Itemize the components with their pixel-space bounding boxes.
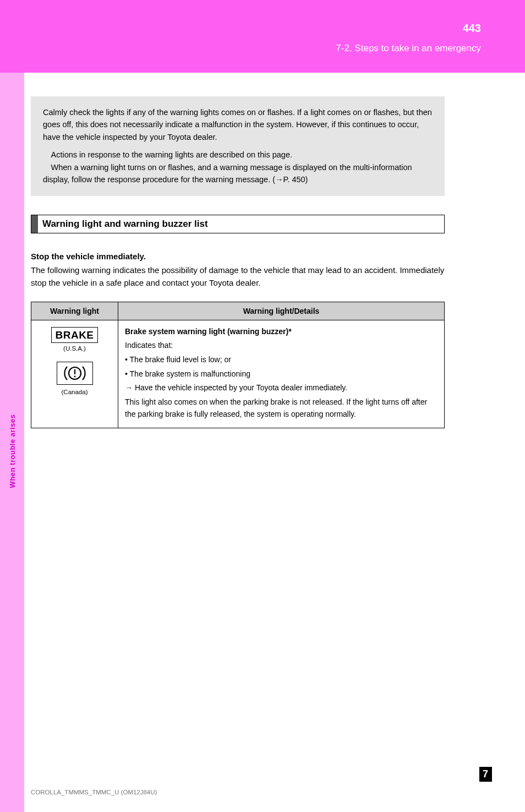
table-row: BRAKE (U.S.A.): [31, 320, 445, 428]
stop-line1: Stop the vehicle immediately.: [31, 250, 445, 263]
stop-message: Stop the vehicle immediately. The follow…: [31, 250, 445, 290]
svg-point-2: [74, 375, 75, 377]
row-action: Have the vehicle inspected by your Toyot…: [125, 382, 438, 394]
icon-cell: BRAKE (U.S.A.): [31, 320, 118, 428]
page-number-top: 443: [463, 22, 481, 35]
stop-line2: The following warning indicates the poss…: [31, 264, 445, 290]
row-desc: Indicates that:: [125, 340, 438, 352]
icon-caption-canada: (Canada): [35, 389, 114, 395]
th-warning-light: Warning light: [31, 302, 118, 320]
icon-caption-usa: (U.S.A.): [35, 345, 114, 352]
page-content: Calmly check the lights if any of the wa…: [31, 96, 445, 428]
section-heading-box: Warning light and warning buzzer list: [31, 215, 445, 233]
details-cell: Brake system warning light (warning buzz…: [118, 320, 445, 428]
breadcrumb: 7-2. Steps to take in an emergency: [336, 43, 481, 54]
table-header-row: Warning light Warning light/Details: [31, 302, 445, 320]
row-bullet2: • The brake system is malfunctioning: [125, 368, 438, 380]
section-number-badge: 7: [479, 767, 492, 782]
intro-p3: When a warning light turns on or flashes…: [43, 161, 433, 186]
intro-p1: Calmly check the lights if any of the wa…: [43, 106, 433, 143]
brake-text-icon: BRAKE: [51, 327, 97, 343]
brake-icon-block: BRAKE (U.S.A.): [35, 327, 114, 352]
brake-warning-icon: [61, 364, 89, 382]
intro-p2: Actions in response to the warning light…: [43, 149, 433, 161]
warning-light-table: Warning light Warning light/Details BRAK…: [31, 302, 445, 429]
row-extra: This light also comes on when the parkin…: [125, 396, 438, 420]
side-tab-label: When trouble arises: [8, 415, 17, 488]
heading-tab: [31, 215, 38, 233]
side-tab: When trouble arises: [0, 73, 24, 812]
th-details: Warning light/Details: [118, 302, 445, 320]
row-bullet1: • The brake fluid level is low; or: [125, 354, 438, 366]
section-heading: Warning light and warning buzzer list: [38, 219, 208, 230]
row-title: Brake system warning light (warning buzz…: [125, 326, 438, 338]
header-bar: 443 7-2. Steps to take in an emergency: [0, 0, 525, 73]
brake-symbol-block: (Canada): [35, 362, 114, 395]
intro-box: Calmly check the lights if any of the wa…: [31, 96, 445, 196]
brake-symbol-icon: [57, 362, 93, 385]
model-code: COROLLA_TMMMS_TMMC_U (OM12J84U): [31, 789, 157, 795]
